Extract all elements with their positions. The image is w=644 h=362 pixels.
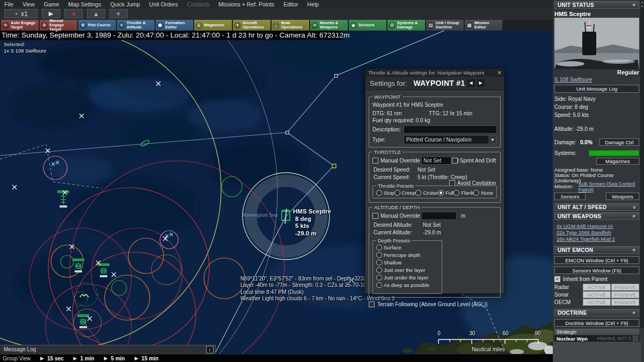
preset-creep[interactable]: Creep xyxy=(394,190,416,196)
menu-missions-ref-points[interactable]: Missions + Ref. Points xyxy=(218,1,274,8)
unit-group-doctrine-button[interactable]: ▤Unit / Group Doctrine xyxy=(426,20,464,31)
ttg-value: TTG: 12 hr 15 min xyxy=(429,110,472,116)
oecm-active-button[interactable]: ACTIVE xyxy=(583,299,611,306)
unit-alt-speed-header[interactable]: UNIT ALT / SPEED « xyxy=(554,203,639,211)
sensors-sidebar-button[interactable]: Sensors xyxy=(554,193,586,200)
sensors-button[interactable]: ◉Sensors xyxy=(349,20,386,31)
weapon-link-tigerfish[interactable]: 16x Mk24 Tigerfish Mod 2 xyxy=(557,236,615,242)
scroll-down-icon[interactable]: ▼ xyxy=(640,4,644,9)
unit-status-header[interactable]: UNIT STATUS « xyxy=(554,1,639,9)
dialog-title-bar[interactable]: Throttle & Altitude settings for: Naviga… xyxy=(365,69,504,77)
emcon-window-button[interactable]: EMCON Window (Ctrl + F9) xyxy=(554,256,639,264)
mounts-weapons-button[interactable]: ≋Mounts & Weapons xyxy=(310,20,348,31)
up-arrow-icon: ↑ xyxy=(209,347,211,353)
sonar-label: Sonar xyxy=(554,292,582,298)
menu-view[interactable]: View xyxy=(23,1,35,8)
sim-speed-value: x1 xyxy=(21,10,28,18)
depth-surface[interactable]: Surface xyxy=(376,243,440,251)
radar-active-button[interactable]: ACTIVE xyxy=(583,284,611,291)
throttle-altitude-button[interactable]: ✳Throttle & Altitude xyxy=(117,20,155,31)
terrain-view-button[interactable]: ▲ xyxy=(87,9,105,18)
scroll-up-icon[interactable]: ▲ xyxy=(640,0,644,4)
depth-as-deep[interactable]: As deep as possible xyxy=(376,281,440,289)
terrain-following-checkbox[interactable] xyxy=(369,301,375,307)
menu-editor[interactable]: Editor xyxy=(283,1,298,8)
unit-message-log-button[interactable]: Unit Message Log xyxy=(554,85,639,93)
formation-editor-button[interactable]: ⬢Formation Editor xyxy=(156,20,193,31)
menu-unit-orders[interactable]: Unit Orders xyxy=(149,1,178,8)
preset-none[interactable]: None xyxy=(473,190,493,196)
pointer-button[interactable]: ➤ xyxy=(109,9,128,18)
close-icon[interactable]: × xyxy=(497,70,501,76)
manual-engage-target-button[interactable]: ✜Manual Engage Target xyxy=(40,20,77,31)
inherit-from-parent-checkbox[interactable]: ✓ xyxy=(554,276,560,282)
throttle-manual-override-checkbox[interactable] xyxy=(372,158,378,164)
group-view-label[interactable]: Group View xyxy=(3,356,31,361)
preset-full[interactable]: Full xyxy=(438,190,453,196)
message-log-bar[interactable]: Message Log ↑ xyxy=(0,345,216,354)
damage-ctrl-button[interactable]: Damage Ctrl xyxy=(599,138,639,146)
doctrine-header[interactable]: DOCTRINE « xyxy=(554,309,639,316)
aircraft-operations-button[interactable]: ✈Aircraft Operations xyxy=(233,20,270,31)
nuclear-wpn-dropdown[interactable] xyxy=(633,336,638,341)
nuclear-wpn-value: Inherited, NOT G xyxy=(597,336,632,341)
map-unit-label[interactable]: HMS Sceptre 8 deg 5 kts -29.0 m xyxy=(293,208,331,237)
description-input[interactable] xyxy=(404,125,497,134)
aircraft-operations-icon: ✈ xyxy=(234,22,241,29)
sprint-drift-checkbox[interactable] xyxy=(452,158,458,164)
waypoint-marker[interactable] xyxy=(286,131,289,135)
preset-flank[interactable]: Flank xyxy=(453,190,473,196)
scale-tick-30: 30 xyxy=(469,330,475,336)
auto-engage-icon: ✛ xyxy=(2,22,9,29)
menu-quick-jump[interactable]: Quick Jump xyxy=(110,1,140,8)
interval-5min[interactable]: 5 min xyxy=(111,356,125,361)
oecm-passive-button[interactable]: PASSIVE xyxy=(611,299,639,306)
boat-operations-button[interactable]: ⚓Boat Operations xyxy=(272,20,309,31)
mission-link[interactable]: Sub Screen (Sea Control Patrol) xyxy=(579,181,639,193)
record-button[interactable]: ● xyxy=(64,9,83,18)
mission-editor-button[interactable]: ▦Mission Editor xyxy=(465,20,502,31)
depth-over-layer[interactable]: Just over the layer xyxy=(376,266,440,274)
waypoint-marker[interactable] xyxy=(335,75,338,78)
sonar-active-button[interactable]: ACTIVE xyxy=(583,291,611,298)
weapons-sidebar-button[interactable]: Weapons xyxy=(606,193,639,200)
interval-15sec[interactable]: 15 sec xyxy=(47,356,64,361)
message-log-expand-button[interactable]: ↑ xyxy=(206,346,214,353)
throttle-override-input[interactable] xyxy=(421,157,451,165)
play-button[interactable]: ▶ xyxy=(42,9,60,18)
systems-damage-button[interactable]: ⚙Systems & Damage xyxy=(387,20,425,31)
prev-waypoint-button[interactable]: ◀ xyxy=(467,79,475,87)
depth-periscope[interactable]: Periscope depth xyxy=(376,251,440,258)
dtg-value: DTG: 61 nm xyxy=(372,110,429,116)
unit-weapons-header[interactable]: UNIT WEAPONS « xyxy=(554,212,639,220)
depth-shallow[interactable]: Shallow xyxy=(376,258,440,266)
sim-speed-button[interactable]: ◔ x1 xyxy=(4,9,38,18)
magazines-button[interactable]: ≣Magazines xyxy=(194,20,232,31)
menu-file[interactable]: File xyxy=(4,1,13,8)
unit-class-link[interactable]: S 108 Swiftsure xyxy=(554,77,592,83)
unit-emcon-header[interactable]: UNIT EMCON « xyxy=(554,246,639,254)
next-waypoint-button[interactable]: ▶ xyxy=(477,79,485,87)
interval-15min[interactable]: 15 min xyxy=(142,356,159,361)
unit-label-depth: -29.0 m xyxy=(293,230,331,238)
radar-passive-button[interactable]: PASSIVE xyxy=(611,284,639,291)
altitude-override-input[interactable] xyxy=(421,212,457,220)
sidebar-scrollbar[interactable]: ▲ ▼ xyxy=(640,0,644,328)
sonar-passive-button[interactable]: PASSIVE xyxy=(611,291,639,298)
weapon-link-harpoon[interactable]: 4x UGM-84B Harpoon IA xyxy=(557,223,613,229)
menu-game[interactable]: Game xyxy=(44,1,60,8)
auto-engage-target-button[interactable]: ✛Auto Engage Target xyxy=(1,20,39,31)
doctrine-window-button[interactable]: Doctrine Window (Ctrl + F9) xyxy=(554,319,639,327)
weapon-link-bandfish[interactable]: 22x Type 2066 Bandfish xyxy=(557,230,611,235)
menu-help[interactable]: Help xyxy=(308,1,319,8)
plot-course-button[interactable]: ☸Plot Course xyxy=(78,20,116,31)
preset-stop[interactable]: Stop xyxy=(376,190,394,196)
preset-cruise[interactable]: Cruise xyxy=(415,190,437,196)
waypoint-type-select[interactable]: Plotted Course / Navigation xyxy=(404,135,497,144)
sensors-window-button[interactable]: Sensors Window (F9) xyxy=(554,267,639,274)
waypoint-marker-selected[interactable] xyxy=(332,164,336,168)
altitude-manual-override-checkbox[interactable] xyxy=(372,213,378,219)
magazines-sidebar-button[interactable]: Magazines xyxy=(596,158,639,165)
depth-under-layer[interactable]: Just under the layer xyxy=(376,274,440,281)
menu-map-settings[interactable]: Map Settings xyxy=(68,1,101,8)
